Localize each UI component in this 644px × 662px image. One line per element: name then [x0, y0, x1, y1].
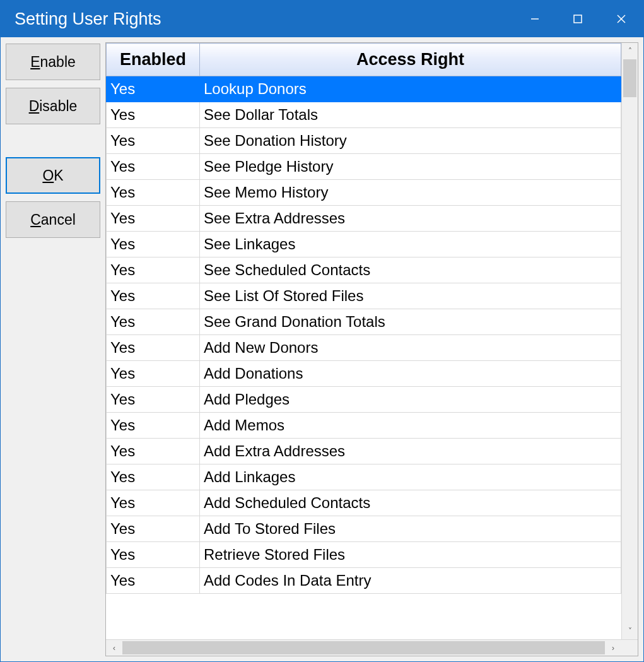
- scroll-left-button[interactable]: ‹: [106, 640, 122, 656]
- cell-access-right: See List Of Stored Files: [200, 283, 621, 309]
- table-row[interactable]: YesAdd Scheduled Contacts: [107, 490, 621, 516]
- cell-access-right: Add Linkages: [200, 464, 621, 490]
- scroll-right-button[interactable]: ›: [605, 640, 621, 656]
- cell-enabled: Yes: [107, 180, 200, 206]
- horizontal-scroll-track[interactable]: [122, 640, 605, 656]
- cell-access-right: See Linkages: [200, 232, 621, 257]
- cancel-button[interactable]: Cancel: [6, 201, 100, 238]
- chevron-up-icon: ˄: [628, 47, 632, 55]
- maximize-button[interactable]: [556, 1, 599, 37]
- minimize-button[interactable]: [513, 1, 556, 37]
- horizontal-scroll-thumb[interactable]: [122, 641, 605, 654]
- cell-enabled: Yes: [107, 568, 200, 594]
- cell-access-right: Add Extra Addresses: [200, 439, 621, 464]
- scrollbar-corner: [621, 640, 638, 656]
- cell-access-right: Add Scheduled Contacts: [200, 490, 621, 516]
- cell-enabled: Yes: [107, 309, 200, 335]
- cell-access-right: Add Pledges: [200, 387, 621, 413]
- svg-rect-1: [574, 15, 582, 23]
- table-row[interactable]: YesSee List Of Stored Files: [107, 283, 621, 309]
- horizontal-scrollbar[interactable]: ‹ ›: [106, 639, 638, 656]
- cell-enabled: Yes: [107, 76, 200, 102]
- minimize-icon: [530, 14, 540, 24]
- close-icon: [616, 13, 627, 25]
- rights-grid[interactable]: Enabled Access Right YesLookup DonorsYes…: [105, 42, 638, 656]
- cell-enabled: Yes: [107, 128, 200, 154]
- cell-access-right: See Extra Addresses: [200, 206, 621, 232]
- sidebar: Enable Disable OK Cancel: [1, 37, 105, 661]
- window-title: Setting User Rights: [15, 9, 513, 29]
- cell-access-right: See Donation History: [200, 128, 621, 154]
- cell-access-right: See Grand Donation Totals: [200, 309, 621, 335]
- table-row[interactable]: YesLookup Donors: [107, 76, 621, 102]
- cell-enabled: Yes: [107, 387, 200, 413]
- vertical-scroll-track[interactable]: [622, 59, 638, 623]
- cell-enabled: Yes: [107, 439, 200, 464]
- table-row[interactable]: YesAdd To Stored Files: [107, 516, 621, 542]
- table-row[interactable]: YesAdd New Donors: [107, 335, 621, 361]
- table-row[interactable]: YesAdd Pledges: [107, 387, 621, 413]
- table-row[interactable]: YesAdd Extra Addresses: [107, 439, 621, 464]
- cell-access-right: Add Codes In Data Entry: [200, 568, 621, 594]
- chevron-right-icon: ›: [612, 644, 614, 652]
- cell-access-right: Add To Stored Files: [200, 516, 621, 542]
- rights-table[interactable]: Enabled Access Right YesLookup DonorsYes…: [106, 43, 621, 594]
- cell-access-right: See Memo History: [200, 180, 621, 206]
- cell-access-right: See Pledge History: [200, 154, 621, 180]
- table-row[interactable]: YesSee Extra Addresses: [107, 206, 621, 232]
- cell-access-right: See Dollar Totals: [200, 102, 621, 128]
- table-row[interactable]: YesAdd Codes In Data Entry: [107, 568, 621, 594]
- vertical-scrollbar[interactable]: ˄ ˅: [621, 43, 638, 639]
- scroll-up-button[interactable]: ˄: [622, 43, 638, 59]
- window: Setting User Rights Enable Disable OK Ca…: [0, 0, 644, 662]
- table-row[interactable]: YesSee Grand Donation Totals: [107, 309, 621, 335]
- cell-access-right: Add New Donors: [200, 335, 621, 361]
- cell-enabled: Yes: [107, 361, 200, 387]
- spacer: [6, 132, 100, 150]
- chevron-left-icon: ‹: [113, 644, 115, 652]
- table-row[interactable]: YesAdd Memos: [107, 413, 621, 439]
- client-area: Enable Disable OK Cancel Enabled Access …: [1, 37, 643, 661]
- vertical-scroll-thumb[interactable]: [623, 59, 636, 97]
- table-row[interactable]: YesSee Pledge History: [107, 154, 621, 180]
- table-row[interactable]: YesSee Linkages: [107, 232, 621, 257]
- scroll-down-button[interactable]: ˅: [622, 623, 638, 639]
- table-row[interactable]: YesSee Donation History: [107, 128, 621, 154]
- table-row[interactable]: YesSee Scheduled Contacts: [107, 257, 621, 283]
- disable-button[interactable]: Disable: [6, 88, 100, 124]
- cell-access-right: See Scheduled Contacts: [200, 257, 621, 283]
- cell-enabled: Yes: [107, 283, 200, 309]
- cell-enabled: Yes: [107, 542, 200, 568]
- cell-access-right: Add Donations: [200, 361, 621, 387]
- table-row[interactable]: YesAdd Linkages: [107, 464, 621, 490]
- cell-enabled: Yes: [107, 206, 200, 232]
- cell-enabled: Yes: [107, 102, 200, 128]
- titlebar[interactable]: Setting User Rights: [1, 1, 643, 37]
- column-header-enabled[interactable]: Enabled: [107, 44, 200, 76]
- cell-enabled: Yes: [107, 232, 200, 257]
- cell-access-right: Retrieve Stored Files: [200, 542, 621, 568]
- chevron-down-icon: ˅: [628, 627, 632, 635]
- ok-button[interactable]: OK: [6, 157, 100, 194]
- column-header-access-right[interactable]: Access Right: [200, 44, 621, 76]
- close-button[interactable]: [599, 1, 643, 37]
- cell-enabled: Yes: [107, 257, 200, 283]
- window-buttons: [513, 1, 643, 37]
- cell-enabled: Yes: [107, 413, 200, 439]
- enable-button[interactable]: Enable: [6, 44, 100, 80]
- cell-access-right: Lookup Donors: [200, 76, 621, 102]
- cell-enabled: Yes: [107, 490, 200, 516]
- table-row[interactable]: YesAdd Donations: [107, 361, 621, 387]
- table-row[interactable]: YesSee Dollar Totals: [107, 102, 621, 128]
- cell-enabled: Yes: [107, 154, 200, 180]
- cell-access-right: Add Memos: [200, 413, 621, 439]
- cell-enabled: Yes: [107, 335, 200, 361]
- table-row[interactable]: YesSee Memo History: [107, 180, 621, 206]
- cell-enabled: Yes: [107, 464, 200, 490]
- cell-enabled: Yes: [107, 516, 200, 542]
- table-row[interactable]: YesRetrieve Stored Files: [107, 542, 621, 568]
- maximize-icon: [573, 14, 583, 24]
